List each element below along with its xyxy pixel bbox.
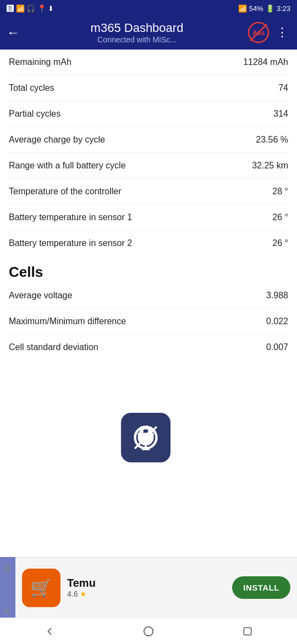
ad-close-button[interactable]: ✕ [3,606,10,616]
cells-section: Cells Average voltage 3.988 Maximum/Mini… [9,256,288,360]
battery-percent: 54% [249,4,263,13]
more-menu-button[interactable]: ⋮ [274,23,290,42]
value-avg-voltage: 3.988 [266,291,288,301]
app-bar-title: m365 Dashboard Connected with MISc... [26,21,248,44]
battery-icon: 🔋 [266,4,274,13]
app-title: m365 Dashboard [26,21,248,35]
svg-rect-3 [140,427,144,433]
value-remaining-mah: 11284 mAh [243,57,288,67]
label-battery-temp-2: Battery temperature in sensor 2 [9,238,132,248]
bluetooth-icon: 📶 [238,4,247,13]
label-total-cycles: Total cycles [9,83,54,93]
system-back-button[interactable] [36,620,63,642]
value-range-full: 32.25 km [252,161,288,171]
no-ads-button[interactable]: Ads [248,21,270,43]
svg-rect-21 [244,627,251,635]
clock: 3:23 [277,4,290,13]
status-bar-left: 🅱 📶 🎧 📍 ⬇ [7,4,54,13]
cells-header: Cells [9,256,288,283]
row-avg-charge: Average charge by cycle 23.56 % [9,127,288,153]
value-battery-temp-1: 26 ° [272,212,288,222]
value-avg-charge: 23.56 % [256,135,288,145]
floating-plug-tooltip[interactable] [121,413,170,462]
app-bar: ← m365 Dashboard Connected with MISc... … [0,17,297,50]
system-home-button[interactable] [135,620,162,642]
label-temp-controller: Temperature of the controller [9,187,122,197]
status-bar-right: 📶 54% 🔋 3:23 [238,4,290,13]
plug-shape-icon [131,423,160,452]
row-avg-voltage: Average voltage 3.988 [9,283,288,309]
status-bar: 🅱 📶 🎧 📍 ⬇ 📶 54% 🔋 3:23 [0,0,297,17]
more-dots-icon: ⋮ [276,25,288,39]
row-partial-cycles: Partial cycles 314 [9,101,288,127]
value-partial-cycles: 314 [273,109,288,119]
system-recents-button[interactable] [234,620,261,642]
app-bar-actions: Ads ⋮ [248,21,290,43]
row-battery-temp-1: Battery temperature in sensor 1 26 ° [9,205,288,231]
row-max-min-diff: Maximum/Minimum difference 0.022 [9,309,288,335]
value-max-min-diff: 0.022 [266,316,288,326]
row-remaining-mah: Remaining mAh 11284 mAh [9,50,288,75]
label-cell-std-dev: Cell standard deviation [9,342,98,352]
label-avg-charge: Average charge by cycle [9,135,105,145]
system-recents-icon [242,626,253,637]
row-temp-controller: Temperature of the controller 28 ° [9,179,288,205]
label-max-min-diff: Maximum/Minimum difference [9,316,126,326]
row-total-cycles: Total cycles 74 [9,75,288,101]
value-temp-controller: 28 ° [272,187,288,197]
value-total-cycles: 74 [278,83,288,93]
app-subtitle: Connected with MISc... [26,35,248,44]
system-nav-bar [0,618,297,644]
label-battery-temp-1: Battery temperature in sensor 1 [9,212,132,222]
stats-list: Remaining mAh 11284 mAh Total cycles 74 … [9,50,288,256]
back-button[interactable]: ← [7,25,26,40]
label-partial-cycles: Partial cycles [9,109,61,119]
label-range-full: Range with a full battery cycle [9,161,126,171]
value-cell-std-dev: 0.007 [266,342,288,352]
row-cell-std-dev: Cell standard deviation 0.007 [9,335,288,360]
label-avg-voltage: Average voltage [9,291,72,301]
ad-banner: 🛒 Temu 4.6 ★ INSTALL ⊕ ✕ [0,557,297,618]
value-battery-temp-2: 26 ° [272,238,288,248]
svg-point-20 [144,626,153,636]
notification-icons: 🅱 📶 🎧 📍 ⬇ [7,4,54,13]
row-battery-temp-2: Battery temperature in sensor 2 26 ° [9,231,288,256]
system-home-icon [142,625,155,637]
system-back-icon [43,625,56,637]
ad-badge-icon: ⊕ [3,562,287,610]
label-remaining-mah: Remaining mAh [9,57,72,67]
back-arrow-icon: ← [7,25,20,40]
no-ads-icon: Ads [248,21,270,43]
row-range-full: Range with a full battery cycle 32.25 km [9,153,288,179]
